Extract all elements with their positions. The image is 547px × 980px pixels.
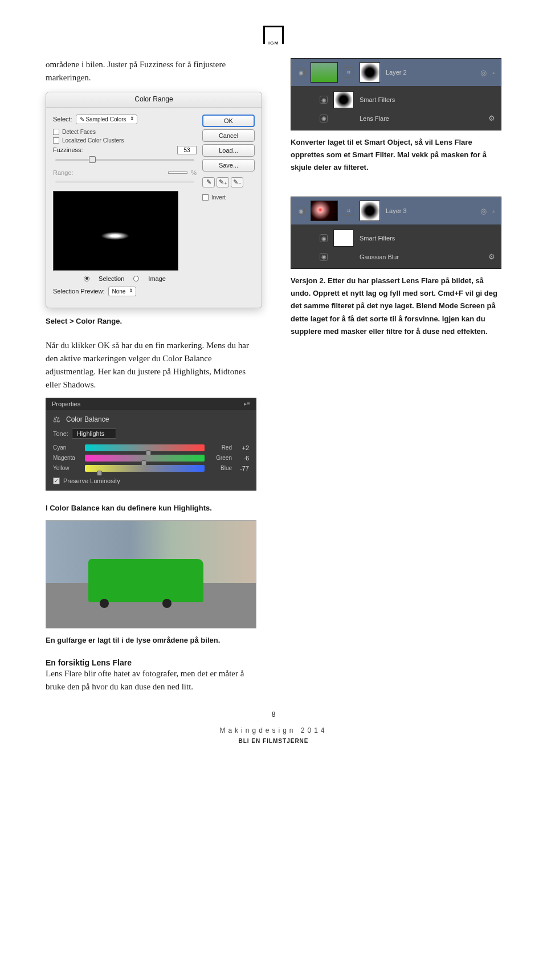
link-icon[interactable]: ⌗ [344,206,354,216]
page-footer: 8 Makingdesign 2014 BLI EN FILMSTJERNE [46,710,501,744]
expand-icon[interactable]: ▴ [492,70,495,75]
green-label: Green [208,455,232,461]
selection-radio[interactable] [84,276,89,281]
smart-filters-label: Smart Filters [360,96,495,103]
lens-flare-filter[interactable]: Lens Flare [360,115,483,122]
expand-icon[interactable]: ▴ [492,208,495,214]
select-dropdown[interactable]: ✎ Sampled Colors [76,115,137,124]
detect-faces-checkbox[interactable] [53,129,59,135]
logo-text: IGM [265,40,282,46]
eye-icon[interactable]: ◉ [297,68,305,76]
gaussian-blur-filter[interactable]: Gaussian Blur [360,254,483,260]
invert-checkbox[interactable] [202,194,209,201]
layer-name[interactable]: Layer 2 [386,69,475,76]
eye-icon[interactable]: ◉ [297,207,305,215]
layers-panel-1: ◉ ⌗ Layer 2 ◎ ▴ ◉ Smart Filters ◉ Lens F [291,58,501,130]
filter-mask [333,91,354,108]
yellow-blue-slider[interactable] [97,471,102,476]
localized-checkbox[interactable] [53,137,59,144]
image-radio[interactable] [133,276,139,281]
page-number: 8 [46,710,501,718]
link-icon[interactable]: ⌗ [344,67,354,77]
layer-thumb [311,62,338,83]
eyedropper-sub-icon[interactable]: ✎₋ [231,177,243,187]
eye-icon[interactable]: ◉ [320,115,328,122]
tone-select[interactable]: Highlights [72,428,116,439]
selection-label: Selection [99,275,124,282]
smart-object-icon[interactable]: ◎ [480,68,487,77]
yellow-blue-value[interactable]: -77 [232,465,249,472]
smart-object-icon[interactable]: ◎ [480,207,487,215]
footer-line1: Makingdesign 2014 [46,726,501,734]
panel-title: Color Balance [66,415,109,423]
intro-text: områdene i bilen. Juster på Fuzziness fo… [46,58,262,85]
igm-logo: IGM [46,26,501,44]
magenta-green-value[interactable]: -6 [232,455,249,462]
caption-van: En gulfarge er lagt til i de lyse område… [46,634,262,647]
red-label: Red [208,444,232,451]
color-range-dialog: Color Range Select: ✎ Sampled Colors Det… [46,92,262,308]
range-label: Range: [53,169,73,176]
layer-name[interactable]: Layer 3 [386,207,475,214]
preserve-label: Preserve Luminosity [63,477,120,484]
range-unit: % [191,169,197,176]
fuzziness-slider[interactable] [55,159,194,161]
properties-tab[interactable]: Properties [52,401,80,407]
cyan-label: Cyan [53,444,81,451]
eyedropper-icon[interactable]: ✎ [202,177,215,187]
dialog-title: Color Range [46,92,262,108]
para-ok: Når du klikker OK så har du en fin marke… [46,339,262,392]
eye-icon[interactable]: ◉ [320,96,328,104]
filter-mask [333,230,354,247]
cancel-button[interactable]: Cancel [202,129,255,142]
caption-colorbalance: I Color Balance kan du definere kun High… [46,502,262,514]
layers-panel-2: ◉ ⌗ Layer 3 ◎ ▴ ◉ Smart Filters ◉ Gaussi [291,197,501,269]
smart-filters-label: Smart Filters [360,235,495,242]
range-input[interactable] [168,172,187,174]
mask-thumb [360,201,380,221]
fuzziness-label: Fuzziness: [53,146,83,153]
fuzziness-input[interactable]: 53 [177,146,197,154]
sel-preview-label: Selection Preview: [53,288,105,295]
invert-label: Invert [211,194,226,201]
para-lens: Lens Flare blir ofte hatet av fotografer… [46,667,262,694]
eye-icon[interactable]: ◉ [320,234,328,242]
magenta-label: Magenta [53,455,81,461]
filter-options-icon[interactable]: ⚙ [488,252,495,261]
detect-faces-label: Detect Faces [62,129,96,135]
footer-line2: BLI EN FILMSTJERNE [46,738,501,744]
blue-label: Blue [208,465,232,471]
preserve-checkbox[interactable]: ✓ [53,477,60,484]
load-button[interactable]: Load... [202,144,255,157]
image-label: Image [148,275,166,282]
localized-label: Localized Color Clusters [62,137,124,144]
eyedropper-add-icon[interactable]: ✎₊ [217,177,229,187]
select-label: Select: [53,116,72,122]
mask-thumb [360,62,380,83]
flyout-icon[interactable]: ▸≡ [244,401,250,407]
balance-icon: ⚖ [53,415,60,424]
yellow-label: Yellow [53,465,81,471]
caption-select: Select > Color Range. [46,315,262,328]
preview-area [53,191,178,271]
caption-versjon2: Versjon 2. Etter du har plassert Lens Fl… [291,275,501,337]
range-slider [55,181,194,183]
sel-preview-dropdown[interactable]: None [108,287,137,296]
save-button[interactable]: Save... [202,159,255,172]
cyan-red-value[interactable]: +2 [232,444,249,451]
filter-options-icon[interactable]: ⚙ [488,114,495,122]
properties-panel: Properties▸≡ ⚖ Color Balance Tone: Highl… [46,398,256,491]
eye-icon[interactable]: ◉ [320,253,328,261]
van-photo [46,520,256,628]
ok-button[interactable]: OK [202,115,255,127]
layer-thumb [311,201,338,221]
heading-lens: En forsiktig Lens Flare [46,658,262,667]
caption-konverter: Konverter laget til et Smart Object, så … [291,136,501,174]
tone-label: Tone: [53,430,68,437]
